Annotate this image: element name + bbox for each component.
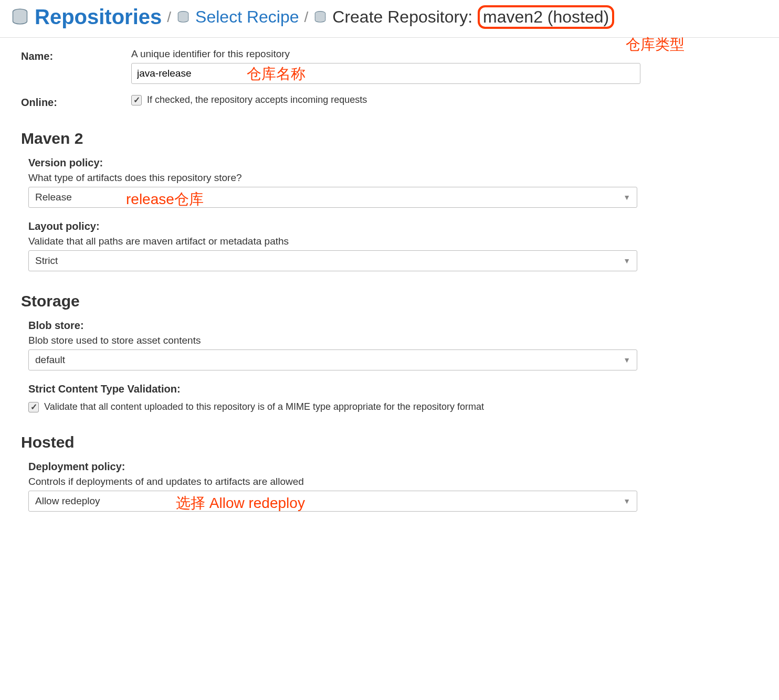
- online-checkbox[interactable]: [131, 95, 142, 105]
- section-storage: Storage: [21, 292, 758, 310]
- helper-deployment-policy: Controls if deployments of and updates t…: [28, 476, 758, 487]
- version-policy-select[interactable]: Release ▼ release仓库: [28, 187, 637, 208]
- breadcrumb-current-prefix: Create Repository:: [332, 7, 472, 27]
- breadcrumb: Repositories / Select Recipe / Create Re…: [0, 0, 779, 38]
- helper-blob-store: Blob store used to store asset contents: [28, 335, 758, 346]
- helper-layout-policy: Validate that all paths are maven artifa…: [28, 236, 758, 247]
- row-online: Online: If checked, the repository accep…: [21, 94, 758, 109]
- chevron-down-icon: ▼: [623, 193, 630, 201]
- breadcrumb-repositories[interactable]: Repositories: [35, 5, 162, 29]
- strict-content-checkbox[interactable]: [28, 402, 39, 412]
- label-name: Name:: [21, 48, 131, 62]
- label-version-policy: Version policy:: [28, 157, 758, 169]
- deployment-policy-value: Allow redeploy: [35, 495, 100, 507]
- strict-content-desc: Validate that all content uploaded to th…: [44, 401, 484, 412]
- db-icon: [10, 8, 29, 27]
- blob-store-select[interactable]: default ▼: [28, 349, 637, 370]
- section-maven2: Maven 2: [21, 130, 758, 147]
- label-strict-content: Strict Content Type Validation:: [28, 383, 758, 395]
- breadcrumb-select-recipe[interactable]: Select Recipe: [195, 7, 299, 27]
- name-input[interactable]: [131, 63, 640, 84]
- helper-name: A unique identifier for this repository: [131, 48, 758, 60]
- layout-policy-select[interactable]: Strict ▼: [28, 250, 637, 271]
- highlight-repo-type: maven2 (hosted): [478, 5, 614, 29]
- online-desc: If checked, the repository accepts incom…: [147, 94, 367, 105]
- version-policy-value: Release: [35, 192, 72, 203]
- annotation-release: release仓库: [126, 189, 204, 209]
- blob-store-value: default: [35, 354, 65, 366]
- deployment-policy-select[interactable]: Allow redeploy ▼ 选择 Allow redeploy: [28, 491, 637, 512]
- chevron-down-icon: ▼: [623, 497, 630, 505]
- layout-policy-value: Strict: [35, 255, 58, 267]
- label-deployment-policy: Deployment policy:: [28, 461, 758, 473]
- chevron-down-icon: ▼: [623, 257, 630, 265]
- db-icon: [176, 10, 190, 24]
- separator: /: [304, 9, 309, 26]
- form-area: Name: A unique identifier for this repos…: [0, 38, 779, 533]
- section-hosted: Hosted: [21, 433, 758, 451]
- annotation-redeploy: 选择 Allow redeploy: [176, 493, 305, 513]
- label-online: Online:: [21, 94, 131, 109]
- annotation-repo-name: 仓库名称: [247, 64, 306, 84]
- label-layout-policy: Layout policy:: [28, 220, 758, 232]
- breadcrumb-current-type: maven2 (hosted): [483, 7, 609, 26]
- db-icon: [313, 10, 327, 24]
- label-blob-store: Blob store:: [28, 320, 758, 332]
- chevron-down-icon: ▼: [623, 356, 630, 364]
- row-name: Name: A unique identifier for this repos…: [21, 48, 758, 84]
- separator: /: [167, 9, 171, 26]
- helper-version-policy: What type of artifacts does this reposit…: [28, 172, 758, 184]
